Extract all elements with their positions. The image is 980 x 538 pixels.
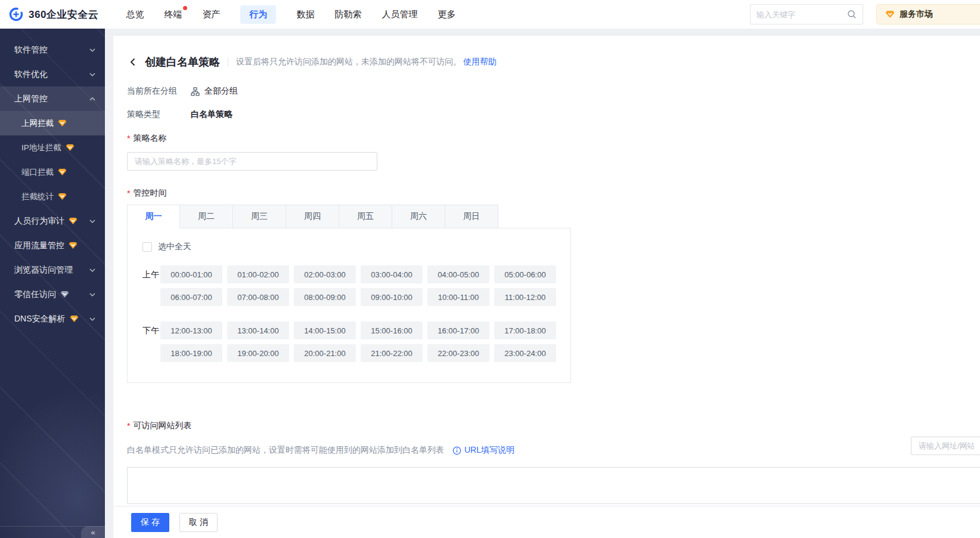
chevron-left-icon — [128, 57, 138, 67]
time-slot-button[interactable]: 03:00-04:00 — [361, 265, 423, 283]
cancel-button[interactable]: 取 消 — [179, 513, 218, 532]
chevron-down-icon — [89, 293, 95, 296]
time-slot-button[interactable]: 12:00-13:00 — [160, 321, 222, 339]
time-slot-button[interactable]: 15:00-16:00 — [361, 321, 423, 339]
policy-name-label-text: 策略名称 — [133, 133, 166, 144]
sidebar-item-software-optimize[interactable]: 软件优化 — [0, 62, 105, 86]
chevron-down-icon — [89, 73, 95, 76]
nav-item-more[interactable]: 更多 — [438, 9, 455, 20]
form-footer: 保 存 取 消 — [113, 506, 980, 538]
time-slot-button[interactable]: 02:00-03:00 — [294, 265, 356, 283]
policy-type-label: 策略类型 — [127, 109, 191, 120]
select-all-day[interactable]: 选中全天 — [142, 242, 570, 252]
time-slot-button[interactable]: 08:00-09:00 — [294, 288, 356, 306]
time-slot-button[interactable]: 17:00-18:00 — [494, 321, 556, 339]
current-group-label: 当前所在分组 — [127, 86, 191, 97]
sidebar: 软件管控 软件优化 上网管控 上网拦截 IP地址拦截 端口拦截 — [0, 29, 105, 538]
time-slot-button[interactable]: 21:00-22:00 — [361, 344, 423, 362]
tab-sunday[interactable]: 周日 — [445, 205, 498, 228]
time-slot-button[interactable]: 04:00-05:00 — [427, 265, 489, 283]
sidebar-item-internet-block[interactable]: 上网拦截 — [0, 111, 105, 135]
time-slot-button[interactable]: 13:00-14:00 — [227, 321, 289, 339]
tab-saturday[interactable]: 周六 — [392, 205, 445, 228]
sidebar-item-zero-trust[interactable]: 零信任访问 — [0, 282, 105, 307]
search-input[interactable] — [756, 10, 847, 19]
nav-item-behavior[interactable]: 行为 — [240, 5, 276, 24]
time-slot-button[interactable]: 16:00-17:00 — [427, 321, 489, 339]
notification-dot — [183, 6, 187, 10]
sidebar-collapse-button[interactable]: « — [81, 526, 105, 538]
sidebar-item-traffic-control[interactable]: 应用流量管控 — [0, 233, 105, 258]
sidebar-item-software-control[interactable]: 软件管控 — [0, 38, 105, 62]
vip-diamond-icon — [69, 242, 77, 249]
all-day-checkbox[interactable] — [142, 242, 152, 252]
vip-diamond-icon — [69, 217, 77, 225]
sidebar-item-behavior-audit[interactable]: 人员行为审计 — [0, 209, 105, 233]
sidebar-item-ip-block[interactable]: IP地址拦截 — [0, 135, 105, 160]
brand-title: 360企业安全云 — [29, 8, 98, 21]
time-slot-button[interactable]: 18:00-19:00 — [160, 344, 222, 362]
org-tree-icon — [191, 87, 200, 96]
nav-item-personnel[interactable]: 人员管理 — [382, 9, 417, 20]
vip-diamond-icon — [885, 10, 895, 18]
policy-name-input[interactable] — [127, 152, 377, 171]
tab-wednesday[interactable]: 周三 — [233, 205, 286, 228]
time-slot-button[interactable]: 23:00-24:00 — [494, 344, 556, 362]
brand[interactable]: 360企业安全云 — [0, 7, 98, 22]
nav-item-assets[interactable]: 资产 — [202, 9, 220, 20]
current-group-row: 当前所在分组 全部分组 — [127, 85, 980, 97]
vip-diamond-icon — [58, 193, 67, 200]
url-help-link[interactable]: URL填写说明 — [452, 445, 514, 456]
service-market-button[interactable]: 服务市场 — [876, 4, 980, 24]
time-slot-button[interactable]: 09:00-10:00 — [361, 288, 423, 306]
sidebar-item-internet-control[interactable]: 上网管控 — [0, 86, 105, 111]
afternoon-section: 下午 12:00-13:0013:00-14:0014:00-15:0015:0… — [142, 321, 570, 362]
sidebar-item-port-block[interactable]: 端口拦截 — [0, 160, 105, 184]
vip-diamond-icon — [66, 144, 75, 151]
time-slot-button[interactable]: 19:00-20:00 — [227, 344, 289, 362]
time-slot-button[interactable]: 01:00-02:00 — [227, 265, 289, 283]
search-icon[interactable] — [847, 10, 857, 19]
nav-item-antiransom[interactable]: 防勒索 — [334, 9, 361, 20]
time-slot-button[interactable]: 00:00-01:00 — [160, 265, 222, 283]
main-nav: 总览 终端 资产 行为 数据 防勒索 人员管理 更多 — [126, 5, 455, 24]
chevron-down-icon — [89, 268, 95, 272]
sidebar-item-label: IP地址拦截 — [21, 143, 61, 153]
top-navbar: 360企业安全云 总览 终端 资产 行为 数据 防勒索 人员管理 更多 — [0, 0, 980, 29]
time-slot-button[interactable]: 05:00-06:00 — [494, 265, 556, 283]
tab-tuesday[interactable]: 周二 — [180, 205, 233, 228]
sidebar-item-browser-access[interactable]: 浏览器访问管理 — [0, 258, 105, 282]
vip-diamond-gray-icon — [60, 290, 69, 298]
time-slot-button[interactable]: 07:00-08:00 — [227, 288, 289, 306]
weekday-tabs: 周一 周二 周三 周四 周五 周六 周日 — [127, 205, 980, 228]
save-button[interactable]: 保 存 — [131, 513, 169, 532]
time-slot-button[interactable]: 06:00-07:00 — [160, 288, 222, 306]
sites-description: 白名单模式只允许访问已添加的网站，设置时需将可能使用到的网站添加到白名单列表 — [127, 445, 444, 456]
nav-item-terminal[interactable]: 终端 — [164, 9, 182, 20]
sidebar-item-block-stats[interactable]: 拦截统计 — [0, 184, 105, 209]
nav-item-data[interactable]: 数据 — [296, 9, 314, 20]
policy-name-label: * 策略名称 — [127, 132, 980, 144]
info-circle-icon — [452, 446, 461, 455]
time-slot-button[interactable]: 20:00-21:00 — [294, 344, 356, 362]
sidebar-item-label: 端口拦截 — [21, 167, 54, 178]
app-window: 360企业安全云 总览 终端 资产 行为 数据 防勒索 人员管理 更多 — [0, 0, 980, 538]
nav-item-overview[interactable]: 总览 — [126, 9, 144, 20]
chevron-down-icon — [89, 317, 95, 321]
time-slot-button[interactable]: 11:00-12:00 — [494, 288, 556, 306]
back-button[interactable] — [127, 56, 139, 68]
morning-section: 上午 00:00-01:0001:00-02:0002:00-03:0003:0… — [142, 265, 570, 306]
tab-friday[interactable]: 周五 — [339, 205, 392, 228]
time-slot-button[interactable]: 10:00-11:00 — [427, 288, 489, 306]
sidebar-item-dns-security[interactable]: DNS安全解析 — [0, 307, 105, 331]
tab-thursday[interactable]: 周四 — [286, 205, 339, 228]
whitelist-sites-box[interactable] — [127, 467, 980, 504]
time-slot-button[interactable]: 22:00-23:00 — [427, 344, 489, 362]
time-slot-button[interactable]: 14:00-15:00 — [294, 321, 356, 339]
sidebar-item-label: DNS安全解析 — [14, 314, 66, 324]
url-input[interactable] — [911, 437, 980, 455]
tab-monday[interactable]: 周一 — [127, 205, 180, 228]
help-link[interactable]: 使用帮助 — [463, 57, 497, 67]
url-help-text: URL填写说明 — [464, 445, 514, 456]
chevron-down-icon — [89, 219, 95, 223]
